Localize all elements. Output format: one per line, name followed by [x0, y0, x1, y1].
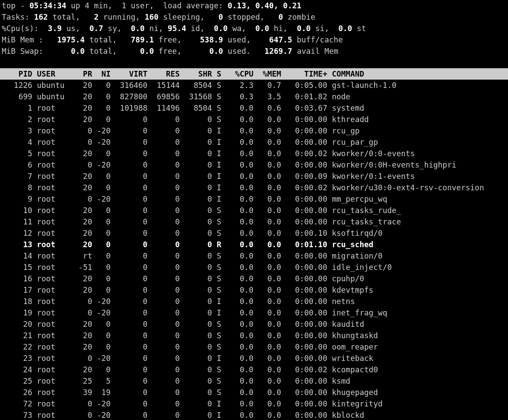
cell-time: 0:00.02: [281, 364, 327, 375]
table-row[interactable]: 73root0-20000I0.00.00:00.00kblockd: [0, 410, 508, 420]
cell-ni: 0: [92, 91, 111, 102]
cell-virt: 0: [111, 353, 147, 364]
col-cmd[interactable]: COMMAND: [327, 68, 364, 80]
table-row[interactable]: 8root200000I0.00.00:00.02kworker/u30:0-e…: [0, 182, 508, 193]
cell-s: S: [212, 80, 226, 91]
cell-res: 0: [147, 125, 180, 136]
col-virt[interactable]: VIRT: [111, 68, 147, 80]
table-row[interactable]: 11root200000S0.00.00:00.00rcu_tasks_trac…: [0, 216, 508, 228]
cell-cmd: kworker/0:0-events: [327, 148, 415, 159]
table-row[interactable]: 10root200000S0.00.00:00.00rcu_tasks_rude…: [0, 205, 508, 216]
table-row[interactable]: 3root0-20000I0.00.00:00.00rcu_gp: [0, 125, 508, 136]
table-row[interactable]: 17root200000S0.00.00:00.00kdevtmpfs: [0, 284, 508, 296]
table-row[interactable]: 2root200000S0.00.00:00.00kthreadd: [0, 114, 508, 125]
col-time[interactable]: TIME+: [281, 68, 327, 80]
cell-ni: 0: [92, 239, 111, 250]
col-shr[interactable]: SHR: [180, 68, 212, 80]
table-row[interactable]: 7root200000I0.00.00:00.09kworker/0:1-eve…: [0, 171, 508, 182]
cell-mem: 0.7: [253, 80, 281, 91]
cell-user: root: [32, 182, 78, 193]
cell-cmd: khungtaskd: [327, 330, 378, 341]
cell-res: 0: [147, 193, 180, 205]
col-user[interactable]: USER: [32, 68, 78, 80]
cell-mem: 0.6: [253, 102, 281, 114]
table-row[interactable]: 23root0-20000I0.00.00:00.00writeback: [0, 353, 508, 364]
cell-user: root: [32, 102, 78, 114]
table-row[interactable]: 16root200000S0.00.00:00.00cpuhp/0: [0, 273, 508, 284]
cell-shr: 0: [180, 318, 212, 330]
cell-cpu: 0.0: [226, 318, 253, 330]
table-row[interactable]: 4root0-20000I0.00.00:00.00rcu_par_gp: [0, 136, 508, 148]
cell-shr: 0: [180, 125, 212, 136]
table-row[interactable]: 14rootrt0000S0.00.00:00.00migration/0: [0, 250, 508, 262]
cell-pr: 0: [78, 296, 92, 307]
table-row[interactable]: 20root200000S0.00.00:00.00kauditd: [0, 318, 508, 330]
cell-mem: 0.0: [253, 216, 281, 228]
cell-shr: 0: [180, 136, 212, 148]
table-header[interactable]: PIDUSERPRNIVIRTRESSHRS%CPU%MEMTIME+COMMA…: [0, 68, 508, 80]
table-row[interactable]: 1root200101988114968504S0.00.60:03.67sys…: [0, 102, 508, 114]
table-row[interactable]: 12root200000S0.00.00:00.10ksoftirqd/0: [0, 228, 508, 239]
table-row[interactable]: 5root200000I0.00.00:00.02kworker/0:0-eve…: [0, 148, 508, 159]
cell-cpu: 0.0: [226, 102, 253, 114]
table-row[interactable]: 9root0-20000I0.00.00:00.00mm_percpu_wq: [0, 193, 508, 205]
table-row[interactable]: 6root0-20000I0.00.00:00.00kworker/0:0H-e…: [0, 159, 508, 171]
cell-user: root: [32, 273, 78, 284]
cell-time: 0:00.00: [281, 318, 327, 330]
cell-res: 0: [147, 228, 180, 239]
col-pr[interactable]: PR: [78, 68, 92, 80]
cell-user: root: [32, 114, 78, 125]
table-row[interactable]: 18root0-20000I0.00.00:00.00netns: [0, 296, 508, 307]
cell-mem: 0.0: [253, 148, 281, 159]
cell-pid: 9: [0, 193, 32, 205]
cell-virt: 0: [111, 410, 147, 420]
col-s[interactable]: S: [212, 68, 226, 80]
table-row[interactable]: 13root200000R0.00.00:01.10rcu_sched: [0, 239, 508, 250]
cell-cmd: rcu_gp: [327, 125, 360, 136]
cell-shr: 0: [180, 273, 212, 284]
cell-ni: 0: [92, 330, 111, 341]
col-pid[interactable]: PID: [0, 68, 32, 80]
cell-s: S: [212, 341, 226, 353]
col-mem[interactable]: %MEM: [253, 68, 281, 80]
cell-shr: 0: [180, 148, 212, 159]
cell-cmd: kblockd: [327, 410, 364, 420]
table-row[interactable]: 72root0-20000I0.00.00:00.00kintegrityd: [0, 398, 508, 410]
cell-shr: 8504: [180, 102, 212, 114]
cell-virt: 0: [111, 284, 147, 296]
table-row[interactable]: 26root3919000S0.00.00:00.00khugepaged: [0, 387, 508, 398]
col-res[interactable]: RES: [147, 68, 180, 80]
process-table[interactable]: PIDUSERPRNIVIRTRESSHRS%CPU%MEMTIME+COMMA…: [0, 68, 508, 420]
cell-s: I: [212, 136, 226, 148]
cell-res: 0: [147, 148, 180, 159]
cell-time: 0:00.00: [281, 159, 327, 171]
cell-res: 0: [147, 136, 180, 148]
cell-mem: 0.0: [253, 159, 281, 171]
table-row[interactable]: 24root200000S0.00.00:00.02kcompactd0: [0, 364, 508, 375]
table-row[interactable]: 19root0-20000I0.00.00:00.00inet_frag_wq: [0, 307, 508, 318]
table-row[interactable]: 1226ubuntu200316460151448504S2.30.70:05.…: [0, 80, 508, 91]
cell-s: S: [212, 330, 226, 341]
col-cpu[interactable]: %CPU: [226, 68, 253, 80]
table-row[interactable]: 699ubuntu2008278006985631568S0.33.50:01.…: [0, 91, 508, 102]
col-ni[interactable]: NI: [92, 68, 111, 80]
cell-user: root: [32, 410, 78, 420]
table-row[interactable]: 25root255000S0.00.00:00.00ksmd: [0, 375, 508, 387]
cell-res: 0: [147, 410, 180, 420]
cell-time: 0:05.00: [281, 80, 327, 91]
cell-time: 0:00.00: [281, 250, 327, 262]
cell-ni: 0: [92, 148, 111, 159]
cell-virt: 0: [111, 318, 147, 330]
cell-user: root: [32, 341, 78, 353]
cell-user: ubuntu: [32, 80, 78, 91]
cell-pid: 1: [0, 102, 32, 114]
table-row[interactable]: 22root200000S0.00.00:00.00oom_reaper: [0, 341, 508, 353]
cell-time: 0:00.00: [281, 284, 327, 296]
cell-virt: 0: [111, 125, 147, 136]
table-row[interactable]: 15root-510000S0.00.00:00.00idle_inject/0: [0, 262, 508, 273]
table-row[interactable]: 21root200000S0.00.00:00.00khungtaskd: [0, 330, 508, 341]
cell-cmd: node: [327, 91, 350, 102]
cell-user: root: [32, 136, 78, 148]
cell-ni: -20: [92, 410, 111, 420]
cell-ni: 0: [92, 250, 111, 262]
